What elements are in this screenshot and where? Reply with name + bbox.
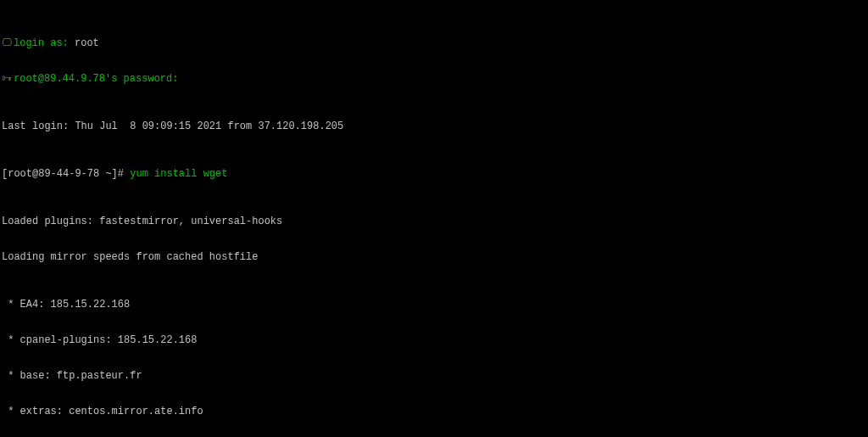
shell-prompt: [root@89-44-9-78 ~]# [2, 168, 130, 180]
terminal-output[interactable]: 🖵login as: root 🗝root@89.44.9.78's passw… [0, 0, 868, 437]
command-yum: yum install wget [130, 168, 227, 180]
mirror-line: * cpanel-plugins: 185.15.22.168 [2, 334, 868, 346]
key-icon: 🗝 [2, 73, 14, 85]
mirror-line: * base: ftp.pasteur.fr [2, 370, 868, 382]
mirror-line: * EA4: 185.15.22.168 [2, 299, 868, 311]
login-prompt: login as: [14, 37, 75, 49]
terminal-icon: 🖵 [2, 37, 14, 49]
last-login: Last login: Thu Jul 8 09:09:15 2021 from… [2, 120, 868, 132]
password-prompt: root@89.44.9.78's password: [14, 73, 178, 85]
loading-speeds: Loading mirror speeds from cached hostfi… [2, 251, 868, 263]
login-user: root [75, 37, 99, 49]
loaded-plugins: Loaded plugins: fastestmirror, universal… [2, 216, 868, 227]
mirror-line: * extras: centos.mirror.ate.info [2, 406, 868, 417]
